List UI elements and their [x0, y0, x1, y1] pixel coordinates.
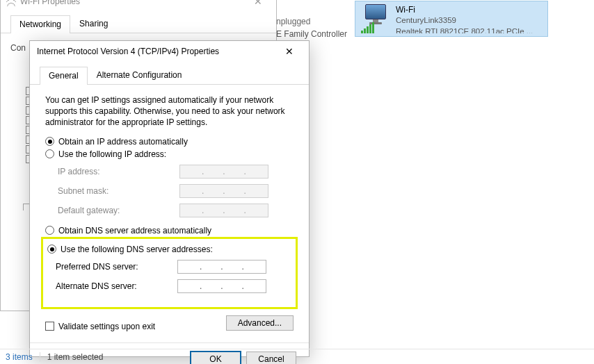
radio-dns-manual-label: Use the following DNS server addresses:	[61, 245, 213, 254]
default-gateway-label: Default gateway:	[58, 206, 179, 215]
subnet-mask-label: Subnet mask:	[58, 186, 179, 196]
ipv4-properties-dialog: Internet Protocol Version 4 (TCP/IPv4) P…	[29, 40, 310, 357]
status-item-count: 3 items	[6, 352, 33, 362]
ip-address-input: ...	[179, 165, 268, 179]
network-card-adapter: Realtek RTL8821CE 802.11ac PCIe ...	[396, 26, 533, 33]
validate-checkbox[interactable]	[45, 322, 54, 331]
network-card-wifi[interactable]: Wi-Fi CenturyLink3359 Realtek RTL8821CE …	[355, 1, 548, 37]
radio-dns-auto-label: Obtain DNS server address automatically	[58, 226, 211, 235]
network-card-ssid: CenturyLink3359	[396, 15, 533, 26]
tab-alternate-configuration[interactable]: Alternate Configuration	[88, 66, 191, 84]
description-text: You can get IP settings assigned automat…	[45, 94, 294, 129]
wifi-icon	[6, 0, 16, 6]
radio-ip-manual-label: Use the following IP address:	[58, 149, 166, 159]
status-selection: 1 item selected	[47, 352, 104, 362]
preferred-dns-label: Preferred DNS server:	[56, 262, 177, 272]
radio-dns-manual[interactable]	[47, 245, 56, 254]
highlight-box: Use the following DNS server addresses: …	[41, 237, 298, 309]
ip-address-label: IP address:	[58, 167, 179, 176]
wifi-adapter-icon	[361, 4, 392, 35]
preferred-dns-input[interactable]: ...	[177, 260, 266, 274]
default-gateway-input: ...	[179, 204, 268, 217]
ipv4-dialog-title: Internet Protocol Version 4 (TCP/IPv4) P…	[37, 47, 219, 56]
tab-networking[interactable]: Networking	[10, 15, 70, 33]
alternate-dns-input[interactable]: ...	[177, 279, 266, 293]
close-icon[interactable]: ✕	[277, 46, 302, 57]
radio-ip-auto[interactable]	[45, 137, 54, 146]
wifi-properties-title: Wi-Fi Properties	[20, 0, 80, 6]
tab-sharing[interactable]: Sharing	[70, 15, 117, 33]
network-card-name: Wi-Fi	[396, 4, 533, 15]
close-icon[interactable]: ✕	[246, 0, 271, 7]
subnet-mask-input: ...	[179, 184, 268, 198]
status-bar: 3 items 1 item selected	[0, 349, 594, 364]
tab-general[interactable]: General	[40, 67, 88, 85]
alternate-dns-label: Alternate DNS server:	[56, 281, 177, 291]
radio-ip-auto-label: Obtain an IP address automatically	[58, 137, 188, 147]
radio-dns-auto[interactable]	[45, 226, 54, 235]
radio-ip-manual[interactable]	[45, 149, 54, 158]
validate-checkbox-label: Validate settings upon exit	[58, 322, 155, 331]
advanced-button[interactable]: Advanced...	[226, 315, 294, 331]
